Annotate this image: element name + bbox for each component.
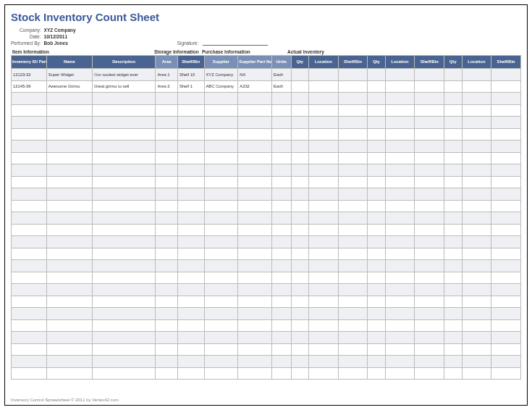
cell-empty (156, 296, 178, 308)
cell-empty (338, 343, 368, 356)
cell-empty (92, 248, 155, 260)
th-supplier: Supplier (204, 56, 238, 69)
cell-id: 12145-39 (12, 80, 47, 93)
cell-empty (415, 141, 444, 153)
cell-empty (491, 212, 521, 225)
cell-empty (385, 319, 415, 332)
cell-empty (491, 260, 521, 272)
cell-empty (308, 343, 338, 356)
cell-empty (444, 104, 462, 117)
cell-empty (238, 224, 272, 236)
th-loc-2: Location (385, 56, 415, 69)
cell-empty (92, 284, 155, 296)
cell-empty (46, 212, 92, 225)
cell-units: Each (272, 80, 291, 93)
th-loc-3: Location (462, 56, 491, 69)
cell-empty (491, 272, 521, 284)
cell-empty (462, 224, 491, 236)
th-sb-1: Shelf/Bin (338, 56, 368, 69)
cell-empty (385, 308, 415, 320)
cell-empty (272, 188, 291, 201)
cell-empty (12, 272, 47, 284)
cell-empty (368, 319, 385, 332)
cell-empty (291, 212, 308, 225)
cell-empty (415, 332, 444, 344)
cell-empty (338, 260, 368, 272)
cell-empty (92, 367, 155, 380)
table-row-empty (12, 188, 521, 201)
cell-empty (462, 248, 491, 260)
cell-empty (46, 356, 92, 368)
cell-empty (308, 104, 338, 117)
table-row-empty (12, 248, 521, 260)
cell-empty (12, 176, 47, 188)
footer-text: Inventory Control Spreadsheet © 2011 by … (11, 398, 119, 402)
cell-empty (177, 343, 204, 356)
cell-inventory (444, 69, 462, 81)
cell-empty (415, 117, 444, 129)
table-row-empty (12, 319, 521, 332)
cell-empty (46, 260, 92, 272)
cell-empty (291, 284, 308, 296)
cell-empty (291, 176, 308, 188)
cell-empty (415, 164, 444, 177)
cell-empty (415, 128, 444, 141)
cell-empty (272, 200, 291, 212)
cell-empty (156, 176, 178, 188)
cell-empty (12, 200, 47, 212)
cell-empty (444, 343, 462, 356)
cell-empty (92, 319, 155, 332)
cell-empty (385, 128, 415, 141)
cell-empty (385, 93, 415, 105)
cell-empty (291, 272, 308, 284)
cell-empty (238, 356, 272, 368)
cell-empty (238, 117, 272, 129)
cell-desc: Great gizmo to sell (92, 80, 155, 93)
cell-empty (46, 93, 92, 105)
meta-block: Company: XYZ Company Date: 10/12/2011 Pe… (11, 28, 521, 46)
cell-empty (156, 93, 178, 105)
cell-empty (308, 367, 338, 380)
cell-empty (444, 367, 462, 380)
cell-empty (204, 212, 238, 225)
cell-empty (308, 248, 338, 260)
company-label: Company: (11, 28, 41, 33)
cell-area: Area 2 (156, 80, 178, 93)
cell-empty (46, 296, 92, 308)
cell-empty (491, 93, 521, 105)
cell-empty (156, 236, 178, 248)
cell-empty (156, 152, 178, 164)
cell-empty (462, 367, 491, 380)
cell-empty (385, 296, 415, 308)
table-header: Inventory ID/ Part Number Name Descripti… (12, 56, 521, 69)
cell-empty (462, 117, 491, 129)
cell-empty (177, 356, 204, 368)
cell-empty (462, 212, 491, 225)
cell-empty (462, 308, 491, 320)
cell-empty (338, 308, 368, 320)
cell-empty (156, 212, 178, 225)
table-body: 12123-32Super WidgetOur coolest widget e… (12, 69, 521, 380)
table-row: 12123-32Super WidgetOur coolest widget e… (12, 69, 521, 81)
cell-empty (238, 141, 272, 153)
cell-empty (204, 343, 238, 356)
cell-empty (462, 93, 491, 105)
cell-empty (385, 343, 415, 356)
inventory-sheet-page: Stock Inventory Count Sheet Company: XYZ… (4, 4, 528, 406)
cell-empty (308, 212, 338, 225)
cell-empty (92, 332, 155, 344)
cell-empty (308, 319, 338, 332)
th-area: Area (156, 56, 178, 69)
cell-empty (491, 319, 521, 332)
cell-empty (462, 200, 491, 212)
cell-empty (444, 128, 462, 141)
cell-empty (204, 284, 238, 296)
cell-empty (291, 164, 308, 177)
cell-empty (177, 296, 204, 308)
inventory-table: Inventory ID/ Part Number Name Descripti… (11, 55, 521, 380)
table-row-empty (12, 356, 521, 368)
cell-empty (385, 117, 415, 129)
cell-empty (177, 224, 204, 236)
cell-empty (385, 164, 415, 177)
group-item: Item Information (11, 49, 153, 55)
